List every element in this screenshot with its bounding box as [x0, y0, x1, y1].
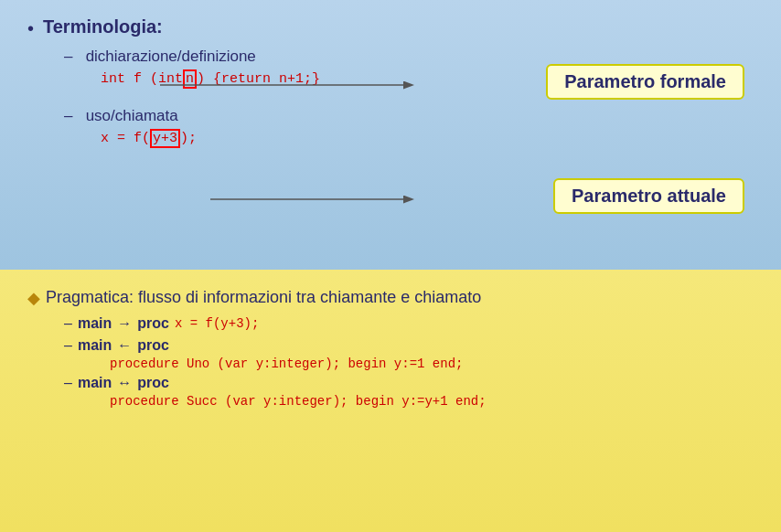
pragma-code-3: procedure Succ (var y:integer); begin y:… [110, 394, 754, 409]
uso-label: uso/chiamata [86, 107, 178, 124]
pragma-main-1: main [78, 315, 112, 332]
pragma-arrow-2: ← [117, 337, 132, 354]
dichiarazione-label: dichiarazione/definizione [86, 48, 256, 65]
pragmatica-header: ◆ Pragmatica: flusso di informazioni tra… [27, 288, 754, 308]
terminologia-title: Terminologia: [43, 16, 163, 37]
y3-highlighted: y+3 [150, 129, 180, 148]
pragma-item-2: – main ← proc [64, 337, 754, 354]
pragma-code-2: procedure Uno (var y:integer); begin y:=… [110, 356, 754, 371]
diamond-icon: ◆ [27, 288, 40, 308]
sub-dichiarazione: – dichiarazione/definizione [64, 48, 754, 66]
pragma-main-3: main [78, 375, 112, 391]
callout-formal-text: Parametro formale [564, 71, 726, 91]
callout-actual-text: Parametro attuale [572, 186, 726, 206]
code-x-f: x = f( [101, 131, 150, 146]
terminologia-header: • Terminologia: [27, 16, 754, 40]
callout-actual: Parametro attuale [553, 178, 744, 214]
code-semicolon: ); [180, 131, 197, 146]
n-highlighted: n [183, 69, 197, 89]
pragma-arrow-1: → [117, 315, 132, 332]
pragma-item-1: – main → proc x = f(y+3); [64, 315, 754, 332]
top-section: • Terminologia: – dichiarazione/definizi… [0, 0, 781, 270]
bullet-dot: • [27, 16, 34, 40]
sub-uso: – uso/chiamata [64, 107, 754, 125]
dash2: – [64, 107, 72, 124]
code-int-f: int f (int [101, 71, 183, 87]
pragma-main-2: main [78, 337, 112, 354]
pragma-proc-3: proc [137, 375, 169, 391]
callout-formal: Parametro formale [546, 64, 744, 100]
bottom-section: ◆ Pragmatica: flusso di informazioni tra… [0, 270, 781, 532]
pragma-arrow-3: ↔ [117, 375, 132, 391]
pragma-proc-1: proc [137, 315, 169, 332]
code-uso: x = f(y+3); [101, 131, 754, 146]
pragma-dash-2: – [64, 337, 72, 354]
pragma-code-1: x = f(y+3); [175, 316, 259, 331]
pragma-dash-3: – [64, 375, 72, 391]
pragma-proc-2: proc [137, 337, 169, 354]
dash1: – [64, 48, 72, 65]
pragma-text: Pragmatica: flusso di informazioni tra c… [46, 288, 481, 307]
code-return: ) {return n+1;} [197, 71, 320, 87]
pragma-item-3: – main ↔ proc [64, 375, 754, 391]
pragma-dash-1: – [64, 315, 72, 332]
